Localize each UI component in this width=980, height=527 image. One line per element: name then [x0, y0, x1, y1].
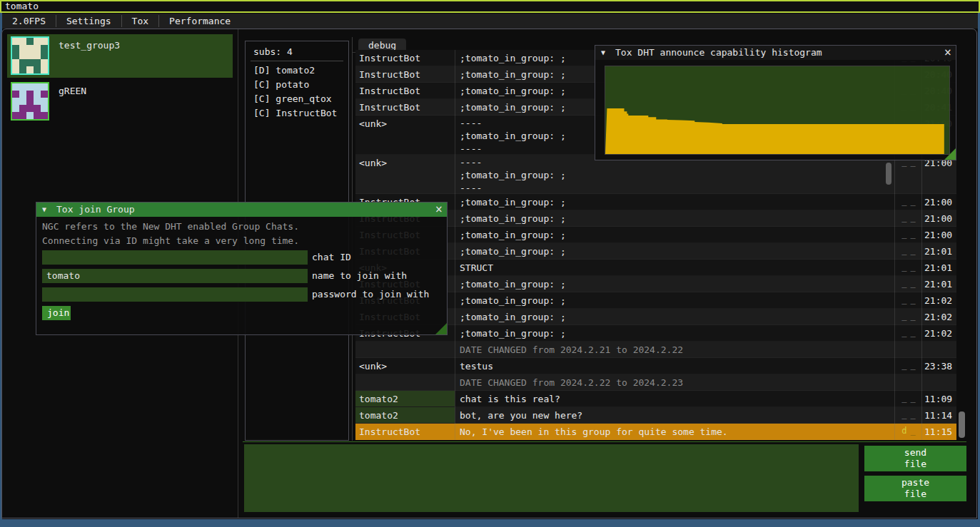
member-item-tomato2[interactable]: [D] tomato2: [253, 63, 315, 78]
avatar-pixel: [19, 105, 26, 112]
message-text: ;tomato_in_group: ;: [460, 83, 566, 99]
message-line: ;tomato_in_group: ;: [460, 210, 566, 227]
message-text: ;tomato_in_group: ;: [460, 210, 566, 227]
group-item-gREEN[interactable]: gREEN: [7, 80, 233, 123]
message-line: ----: [460, 182, 566, 195]
avatar-pixel: [19, 66, 26, 73]
avatar-pixel: [19, 52, 26, 59]
histogram-window-titlebar[interactable]: ▼ Tox DHT announce capability histogram …: [595, 46, 956, 60]
app-window: tomato 2.0FPSSettingsToxPerformance test…: [0, 0, 980, 527]
menu-item-performance[interactable]: Performance: [159, 14, 241, 29]
message-input[interactable]: [244, 444, 859, 512]
chat-scrollbar-thumb[interactable]: [959, 411, 965, 438]
join-button[interactable]: join: [42, 306, 71, 320]
message-timestamp: 21:00: [924, 227, 956, 243]
avatar-pixel: [26, 45, 34, 52]
message-line: ----: [460, 156, 566, 169]
avatar-pixel: [12, 52, 19, 59]
join-window-titlebar[interactable]: ▼ Tox join Group ×: [36, 203, 447, 217]
menu-item-settings[interactable]: Settings: [56, 14, 121, 29]
member-item-InstructBot[interactable]: [C] InstructBot: [253, 106, 337, 121]
message-line: ;tomato_in_group: ;: [460, 194, 566, 210]
message-line: ;tomato_in_group: ;: [460, 309, 566, 325]
member-item-potato[interactable]: [C] potato: [253, 78, 309, 92]
close-icon[interactable]: ×: [944, 44, 951, 60]
status-mark: _: [911, 227, 916, 243]
member-item-green_qtox[interactable]: [C] green_qtox: [253, 92, 332, 106]
avatar-pixel: [26, 38, 34, 45]
avatar-pixel: [26, 105, 34, 112]
name-to-join-with-input[interactable]: tomato: [42, 269, 308, 283]
message-line: ;tomato_in_group: ;: [460, 292, 566, 309]
inner-scrollbar-thumb[interactable]: [886, 163, 891, 185]
message-timestamp: 11:14: [924, 407, 956, 424]
resize-grip[interactable]: [944, 148, 956, 160]
password-to-join-with-input[interactable]: [42, 287, 308, 302]
group-item-test_group3[interactable]: test_group3: [7, 34, 233, 78]
message-line: ;tomato_in_group: ;: [460, 325, 566, 342]
message-row[interactable]: tomato2bot, are you new here?__11:14: [355, 407, 956, 424]
message-status: __: [896, 407, 921, 424]
message-text: ----;tomato_in_group: ;----: [460, 116, 566, 155]
message-line: ;tomato_in_group: ;: [460, 99, 566, 116]
message-status: __: [896, 391, 921, 407]
avatar-pixel: [19, 83, 26, 91]
status-mark: _: [901, 358, 906, 374]
status-mark: _: [911, 391, 916, 407]
status-mark: _: [901, 292, 906, 309]
message-line: ;tomato_in_group: ;: [460, 227, 566, 243]
join-window-title: Tox join Group: [56, 203, 135, 217]
date-changed-text: DATE CHANGED from 2024.2.21 to 2024.2.22: [460, 342, 683, 358]
status-mark: _: [901, 309, 906, 325]
message-status: __: [896, 276, 921, 292]
avatar-pixel: [19, 91, 26, 98]
paste-file-button[interactable]: paste file: [864, 476, 966, 501]
avatar-pixel: [12, 59, 19, 66]
status-mark: _: [901, 210, 906, 227]
close-icon[interactable]: ×: [435, 201, 443, 217]
avatar-pixel: [26, 83, 34, 91]
status-mark: _: [911, 194, 916, 210]
send-file-button[interactable]: send file: [864, 446, 966, 471]
name-to-join-with-label: name to join with: [312, 269, 407, 283]
message-row[interactable]: tomato2chat is this real?__11:09: [355, 391, 956, 407]
status-mark: _: [911, 325, 916, 342]
status-mark: _: [901, 260, 906, 276]
message-row[interactable]: <unk>----;tomato_in_group: ;----__21:00: [355, 155, 956, 194]
group-name: gREEN: [59, 86, 86, 96]
subs-count: subs: 4: [253, 46, 293, 57]
message-line: ;tomato_in_group: ;: [460, 276, 566, 292]
avatar-pixel: [26, 91, 34, 98]
message-text: ;tomato_in_group: ;: [460, 292, 566, 309]
composer-separator: [243, 441, 966, 442]
avatar-pixel: [12, 98, 19, 105]
collapse-arrow-icon[interactable]: ▼: [42, 203, 46, 217]
collapse-arrow-icon[interactable]: ▼: [601, 46, 605, 60]
window-titlebar[interactable]: tomato: [0, 0, 980, 13]
avatar-pixel: [26, 112, 34, 119]
avatar-pixel: [26, 52, 34, 59]
resize-grip[interactable]: [435, 323, 447, 334]
group-avatar: [11, 36, 49, 75]
message-line: chat is this real?: [460, 391, 560, 407]
message-timestamp: 11:09: [924, 391, 956, 407]
menu-item-tox[interactable]: Tox: [122, 14, 158, 29]
avatar-pixel: [12, 83, 19, 91]
message-row[interactable]: <unk>testus__23:38: [355, 358, 956, 374]
message-sender: InstructBot: [359, 99, 420, 116]
message-text: ;tomato_in_group: ;: [460, 227, 566, 243]
message-line: ----: [460, 143, 566, 155]
date-row: DATE CHANGED from 2024.2.21 to 2024.2.22: [355, 342, 956, 358]
message-text: ;tomato_in_group: ;: [460, 194, 566, 210]
avatar-pixel: [41, 112, 48, 119]
message-row[interactable]: InstructBotNo, I've been in this group f…: [355, 424, 956, 440]
chat-id-input[interactable]: [42, 250, 308, 265]
date-changed-text: DATE CHANGED from 2024.2.22 to 2024.2.23: [460, 374, 683, 391]
avatar-pixel: [41, 98, 48, 105]
avatar-pixel: [34, 38, 41, 45]
menu-item-2-0fps[interactable]: 2.0FPS: [2, 14, 56, 29]
group-avatar: [11, 82, 49, 121]
avatar-pixel: [41, 59, 48, 66]
join-info-line2: Connecting via ID might take a very long…: [42, 235, 299, 246]
message-timestamp: 21:02: [924, 325, 956, 342]
